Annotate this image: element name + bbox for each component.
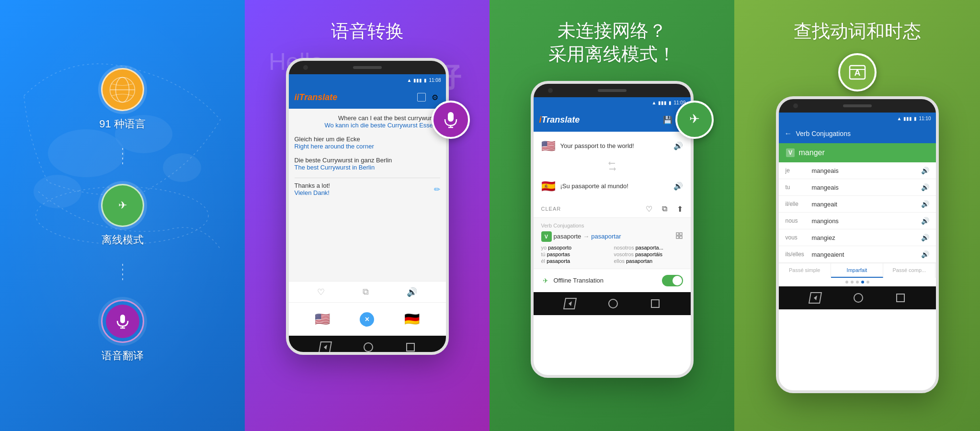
lang-from-flag[interactable]: 🇺🇸 <box>312 309 333 330</box>
copy-icon-3[interactable]: ⧉ <box>662 204 667 214</box>
nav-home-3[interactable] <box>608 299 618 308</box>
panel-4-verbs: 查找动词和时态 A ▲ ▮▮▮ ▮ 11:10 ← Verb Conjugati… <box>734 0 980 431</box>
nav-home-2[interactable] <box>364 342 373 352</box>
phone-camera-4 <box>793 103 798 108</box>
offline-toggle[interactable] <box>662 275 683 286</box>
svg-rect-21 <box>676 233 679 235</box>
status-icons-4: ▲ ▮▮▮ ▮ 11:10 <box>897 116 931 121</box>
lang-bar-2: 🇺🇸 × 🇩🇪 <box>289 302 446 336</box>
signal-icon-4: ▮▮▮ <box>903 116 912 121</box>
nav-home-4[interactable] <box>854 293 863 303</box>
feature-mic: 语音翻译 <box>101 300 144 363</box>
tense-imparfait[interactable]: Imparfait <box>831 263 883 278</box>
app-title-2: iiTranslate <box>295 92 338 102</box>
sound-vous[interactable]: 🔊 <box>921 234 929 241</box>
sound-ilselles[interactable]: 🔊 <box>921 250 929 258</box>
nav-back-2[interactable] <box>319 341 332 353</box>
plane-circle-icon: ✈ <box>101 184 144 227</box>
wifi-icon: ▲ <box>407 78 412 83</box>
feature-plane: ✈ 离线模式 <box>101 184 144 247</box>
phone-mockup-3: ▲ ▮▮▮ ▮ 11:09 iTranslate 💾 ⚙ 🇺🇸 Your pas… <box>531 81 694 378</box>
feature-plane-label: 离线模式 <box>102 233 144 247</box>
status-bar-4: ▲ ▮▮▮ ▮ 11:10 <box>779 113 936 124</box>
verb-screen-header-4: ← Verb Conjugations <box>779 124 936 143</box>
sound-ilelle[interactable]: 🔊 <box>921 200 929 208</box>
svg-point-3 <box>163 153 201 182</box>
sound-nous[interactable]: 🔊 <box>921 217 929 225</box>
edit-icon[interactable]: ✏ <box>434 185 440 194</box>
volume-btn-1[interactable]: 🔊 <box>673 141 683 150</box>
svg-rect-22 <box>680 233 682 235</box>
mic-circle-inner <box>106 305 139 338</box>
svg-point-4 <box>34 175 81 208</box>
action-icons-3: ♡ ⧉ ⬆ <box>646 204 683 214</box>
phone-bottom-bar-4 <box>779 286 936 309</box>
nav-square-3[interactable] <box>651 299 660 308</box>
swap-indicator <box>541 159 683 176</box>
dot-5 <box>866 281 869 284</box>
offline-label-container: ✈ Offline Translation <box>541 276 604 285</box>
sound-tu[interactable]: 🔊 <box>921 183 929 191</box>
battery-icon-4: ▮ <box>914 116 917 121</box>
verb-row-vous: vous mangiez 🔊 <box>779 229 936 246</box>
nav-square-4[interactable] <box>896 294 905 302</box>
translate-row-1: 🇺🇸 Your passport to the world! 🔊 <box>541 139 683 153</box>
nav-square-2[interactable] <box>406 343 415 352</box>
panel3-title: 未连接网络？ 采用离线模式！ <box>548 19 676 67</box>
dot-3 <box>856 281 859 284</box>
panel2-title: 语音转换 <box>331 19 404 44</box>
plane-icon: ✈ <box>111 193 135 217</box>
svg-text:V: V <box>788 149 792 156</box>
verb-name-4: manger <box>799 148 825 157</box>
offline-label: Offline Translation <box>554 277 604 284</box>
status-icons-3: ▲ ▮▮▮ ▮ 11:09 <box>652 100 686 105</box>
dot-2 <box>851 281 854 284</box>
chat-bubble-1: Where can I eat the best currywurst? Wo … <box>295 114 440 129</box>
verb-blue-3: pasaportar <box>591 233 621 240</box>
svg-text:✈: ✈ <box>689 112 700 126</box>
a-floating-circle[interactable]: A <box>838 53 877 91</box>
form-nous: mangions <box>812 217 921 225</box>
translate-text-1: Your passport to the world! <box>560 142 669 149</box>
conj-el: él pasaporta <box>541 258 610 264</box>
form-je: mangeais <box>812 167 921 174</box>
form-ilselles: mangeaient <box>812 251 921 258</box>
nav-back-4[interactable] <box>809 292 822 304</box>
nav-back-3[interactable] <box>563 298 577 309</box>
app-header-2: iiTranslate ⚙ <box>289 86 446 109</box>
volume-btn-2[interactable]: 🔊 <box>673 181 683 191</box>
svg-rect-11 <box>120 315 125 323</box>
svg-text:✈: ✈ <box>118 199 127 211</box>
mic-floating-circle[interactable] <box>432 101 470 139</box>
lang-swap-btn[interactable]: × <box>360 312 374 327</box>
panel3-title-line2: 采用离线模式！ <box>548 44 676 64</box>
plane-floating-circle[interactable]: ✈ <box>675 101 714 139</box>
signal-icon: ▮▮▮ <box>413 78 422 83</box>
volume-icon-2[interactable]: 🔊 <box>407 287 417 297</box>
feature-globe: 91 种语言 <box>99 68 146 131</box>
translate-row-2: 🇪🇸 ¡Su pasaporte al mundo! 🔊 <box>541 180 683 193</box>
pronoun-je: je <box>786 167 812 174</box>
header-icon-settings[interactable]: ⚙ <box>432 93 440 102</box>
share-icon-3[interactable]: ⬆ <box>677 204 683 214</box>
tense-bar-4: Passé simple Imparfait Passé comp... <box>779 263 936 278</box>
verb-row-tu: tu mangeais 🔊 <box>779 179 936 196</box>
heart-icon-2[interactable]: ♡ <box>317 287 325 297</box>
back-arrow-4[interactable]: ← <box>785 129 792 138</box>
clear-button[interactable]: CLEAR <box>541 206 561 212</box>
copy-icon-2[interactable]: ⧉ <box>363 287 369 297</box>
tense-passe-simple[interactable]: Passé simple <box>779 263 831 278</box>
dot-connector-1 <box>122 148 123 167</box>
verb-row-je: je mangeais 🔊 <box>779 162 936 179</box>
heart-icon-3[interactable]: ♡ <box>646 204 652 214</box>
header-icon-save[interactable] <box>417 93 426 102</box>
pronoun-vous: vous <box>786 234 812 241</box>
pronoun-tu: tu <box>786 184 812 191</box>
lang-to-flag[interactable]: 🇩🇪 <box>401 309 422 330</box>
sound-je[interactable]: 🔊 <box>921 167 929 174</box>
conj-ellos: ellos pasaportan <box>614 258 683 264</box>
expand-verb-btn[interactable] <box>675 232 683 241</box>
tense-passe-compose[interactable]: Passé comp... <box>883 263 935 278</box>
header-icon-save-3[interactable]: 💾 <box>663 115 672 125</box>
verb-conj-title-3: Verb Conjugations <box>541 223 683 228</box>
